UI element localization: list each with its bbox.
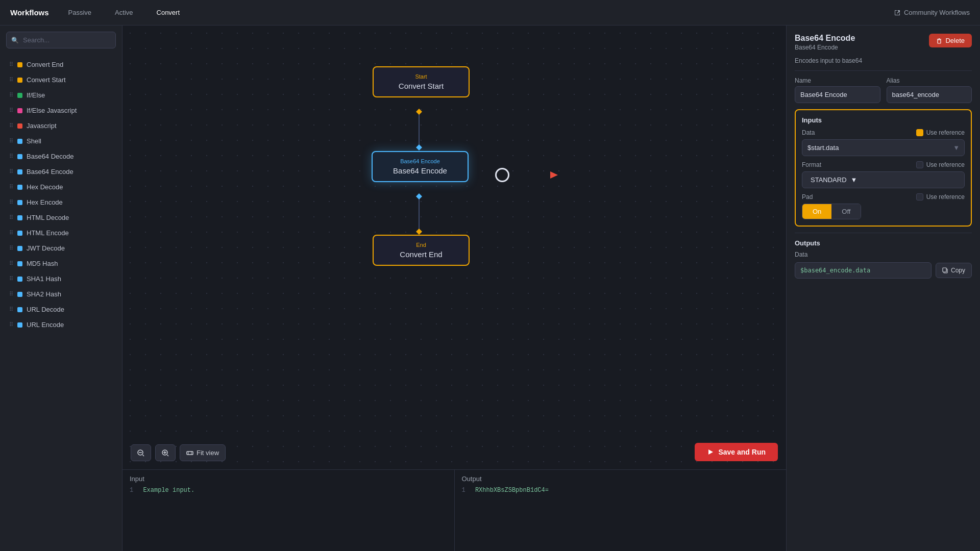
svg-rect-21 [943,268,946,272]
grip-icon: ⠿ [9,184,13,190]
save-run-button[interactable]: Save and Run [695,443,778,461]
sidebar-item-html-decode[interactable]: ⠿ HTML Decode [3,210,119,225]
right-panel: Base64 Encode Base64 Encode Delete Encod… [786,26,980,551]
sidebar-item-hex-decode[interactable]: ⠿ Hex Decode [3,180,119,194]
top-navigation: Workflows Passive Active Convert Communi… [0,0,980,26]
output-line-num: 1 [462,487,465,494]
inputs-section-box: Inputs Data Use reference $start.data ▼ [795,109,972,227]
grip-icon: ⠿ [9,138,13,144]
sidebar-item-jwt-decode[interactable]: ⠿ JWT Decode [3,241,119,256]
pad-off-button[interactable]: Off [831,204,861,219]
sidebar-item-label: Javascript [27,122,57,130]
output-panel-title: Output [462,475,779,483]
input-panel-content: 1 Example input. [130,487,447,546]
search-icon: 🔍 [11,37,19,44]
sidebar-item-label: SHA2 Hash [27,290,61,298]
fit-view-button[interactable]: Fit view [180,444,226,461]
svg-rect-17 [938,40,941,43]
pad-input-row: Pad Use reference [802,193,965,201]
right-panel-description: Encodes input to base64 [795,57,972,64]
svg-line-8 [143,455,144,456]
sidebar-item-label: If/Else [27,91,45,99]
sidebar-item-base64-encode[interactable]: ⠿ Base64 Encode [3,164,119,179]
nav-active[interactable]: Active [111,7,137,18]
delete-button[interactable]: Delete [929,34,972,47]
sidebar-item-md5-hash[interactable]: ⠿ MD5 Hash [3,256,119,271]
sidebar-item-convert-start[interactable]: ⠿ Convert Start [3,72,119,87]
zoom-out-icon [137,449,144,457]
grip-icon: ⠿ [9,245,13,252]
pad-on-button[interactable]: On [802,204,831,219]
use-ref-format-checkbox[interactable] [916,161,923,168]
data-select[interactable]: $start.data [802,139,965,156]
alias-field-group: Alias [887,77,972,103]
pad-toggle-group: On Off [802,204,861,219]
item-color-dot [17,261,22,266]
sidebar-item-sha2-hash[interactable]: ⠿ SHA2 Hash [3,287,119,302]
name-label: Name [795,77,880,84]
sidebar-item-sha1-hash[interactable]: ⠿ SHA1 Hash [3,271,119,286]
inputs-section-title: Inputs [802,116,965,124]
zoom-out-button[interactable] [131,444,151,461]
format-dropdown[interactable]: STANDARD ▼ [802,171,965,188]
svg-marker-16 [708,449,713,455]
data-select-wrap: $start.data ▼ [802,139,965,156]
node-end-name: Convert End [382,250,460,259]
svg-line-12 [167,455,169,456]
name-field-group: Name [795,77,880,103]
outputs-title: Outputs [795,239,972,247]
sidebar-list: ⠿ Convert End ⠿ Convert Start ⠿ If/Else … [0,55,122,551]
item-color-dot [17,108,22,113]
node-start[interactable]: Start Convert Start [373,66,470,97]
sidebar-item-label: HTML Encode [27,229,69,237]
sidebar-item-shell[interactable]: ⠿ Shell [3,134,119,148]
grip-icon: ⠿ [9,214,13,221]
canvas-controls: Fit view [131,444,226,461]
community-workflows-link[interactable]: Community Workflows [894,9,970,16]
sidebar-item-base64-decode[interactable]: ⠿ Base64 Decode [3,149,119,164]
data-input-row: Data Use reference [802,129,965,136]
drag-circle [495,168,509,182]
copy-icon [942,267,948,273]
grip-icon: ⠿ [9,107,13,114]
sidebar-item-hex-encode[interactable]: ⠿ Hex Encode [3,195,119,210]
nav-convert[interactable]: Convert [153,7,184,18]
data-field-group: Data Use reference $start.data ▼ [802,129,965,156]
sidebar-item-ifelse-js[interactable]: ⠿ If/Else Javascript [3,103,119,118]
grip-icon: ⠿ [9,260,13,267]
sidebar-item-convert-end[interactable]: ⠿ Convert End [3,57,119,72]
grip-icon: ⠿ [9,92,13,98]
zoom-in-button[interactable] [155,444,176,461]
search-input[interactable] [6,32,116,48]
sidebar-item-url-encode[interactable]: ⠿ URL Encode [3,317,119,332]
node-end[interactable]: End Convert End [373,235,470,266]
nav-passive[interactable]: Passive [64,7,96,18]
copy-button[interactable]: Copy [936,263,972,278]
use-ref-pad-checkbox[interactable] [916,193,923,201]
svg-marker-2 [416,193,422,199]
pad-label: Pad [802,193,813,201]
sidebar-item-url-decode[interactable]: ⠿ URL Decode [3,302,119,317]
sidebar-item-html-encode[interactable]: ⠿ HTML Encode [3,226,119,240]
alias-input[interactable] [887,86,972,103]
sidebar-item-javascript[interactable]: ⠿ Javascript [3,118,119,133]
sidebar-item-label: Convert Start [27,76,66,84]
grip-icon: ⠿ [9,199,13,206]
grip-icon: ⠿ [9,153,13,160]
grip-icon: ⠿ [9,230,13,236]
use-ref-data-checkbox[interactable] [916,129,923,136]
node-end-title: End [382,242,460,248]
canvas-viewport[interactable]: Start Convert Start Base64 Encode Base64… [122,26,786,469]
grip-icon: ⠿ [9,276,13,282]
app-logo: Workflows [10,8,49,17]
node-encode[interactable]: Base64 Encode Base64 Encode [372,151,469,182]
item-color-dot [17,277,22,282]
pad-field-group: Pad Use reference On Off [802,193,965,219]
flow-line-2 [419,196,420,231]
grip-icon: ⠿ [9,122,13,129]
grip-icon: ⠿ [9,61,13,68]
sidebar-item-ifelse[interactable]: ⠿ If/Else [3,88,119,103]
alias-label: Alias [887,77,972,84]
name-input[interactable] [795,86,880,103]
format-label: Format [802,161,821,168]
